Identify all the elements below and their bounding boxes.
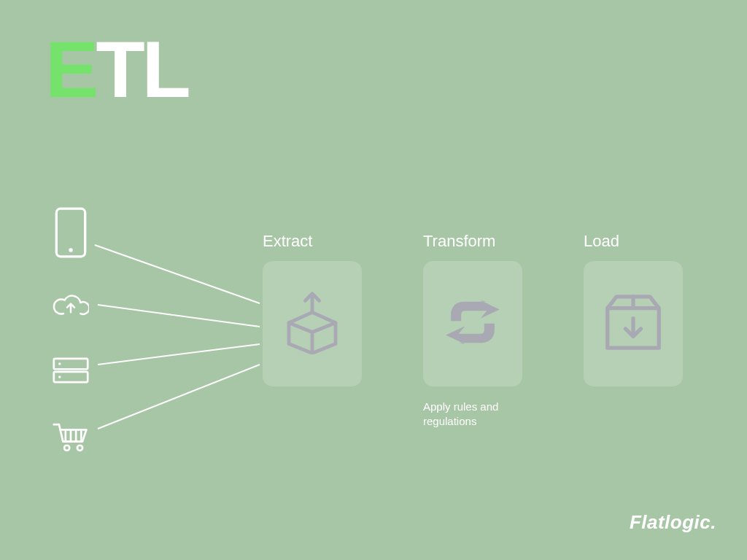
brand-attribution: Flatlogic. xyxy=(630,511,716,534)
step-label-transform: Transform xyxy=(423,232,495,251)
svg-point-1 xyxy=(69,248,72,252)
diagram-title: ETL xyxy=(45,29,188,109)
servers-icon xyxy=(53,354,89,386)
cart-icon xyxy=(53,420,89,455)
step-load: Load xyxy=(584,232,683,429)
mobile-icon xyxy=(53,207,89,258)
box-arrow-up-icon xyxy=(280,290,344,357)
svg-point-4 xyxy=(58,362,61,365)
svg-point-7 xyxy=(77,446,82,451)
step-extract: Extract xyxy=(263,232,362,429)
package-download-icon xyxy=(601,290,665,357)
step-card-extract xyxy=(263,261,362,386)
source-icons-column xyxy=(53,207,89,455)
svg-line-11 xyxy=(98,365,260,429)
svg-point-5 xyxy=(58,376,61,378)
step-transform: Transform Apply rules and regulations xyxy=(423,232,522,429)
svg-point-6 xyxy=(64,446,69,451)
etl-steps-row: Extract Transform Apply rules and regula… xyxy=(263,260,683,457)
title-rest: TL xyxy=(96,24,187,114)
svg-line-10 xyxy=(98,344,260,365)
svg-line-9 xyxy=(98,305,260,327)
step-card-transform xyxy=(423,261,522,386)
cloud-upload-icon xyxy=(53,292,89,321)
step-label-load: Load xyxy=(584,232,619,251)
title-highlight-letter: E xyxy=(45,24,96,114)
cycle-arrows-icon xyxy=(441,290,505,357)
step-subtext-transform: Apply rules and regulations xyxy=(423,400,498,429)
step-card-load xyxy=(584,261,683,386)
step-label-extract: Extract xyxy=(263,232,312,251)
svg-line-8 xyxy=(95,245,260,303)
